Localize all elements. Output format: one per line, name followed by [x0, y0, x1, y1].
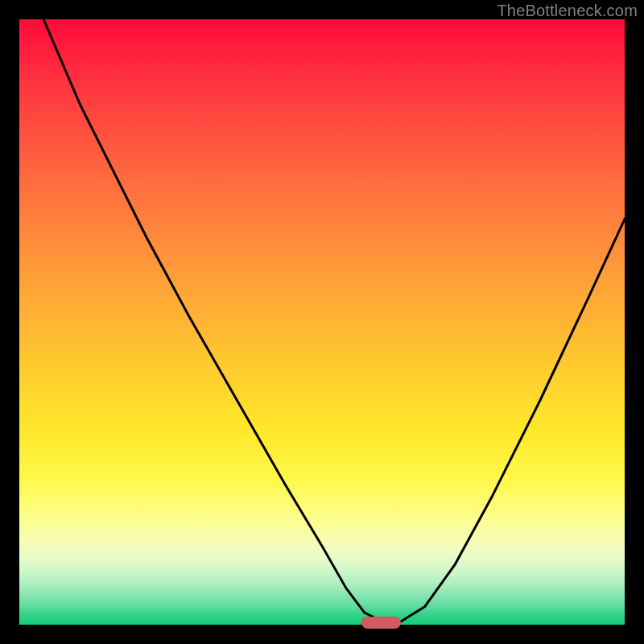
optimal-marker	[361, 617, 401, 629]
chart-frame: TheBottleneck.com	[0, 0, 644, 644]
bottleneck-curve	[43, 19, 625, 621]
plot-inner	[19, 19, 625, 625]
watermark-text: TheBottleneck.com	[497, 2, 638, 20]
curve-svg	[19, 19, 625, 625]
plot-area	[19, 19, 625, 625]
